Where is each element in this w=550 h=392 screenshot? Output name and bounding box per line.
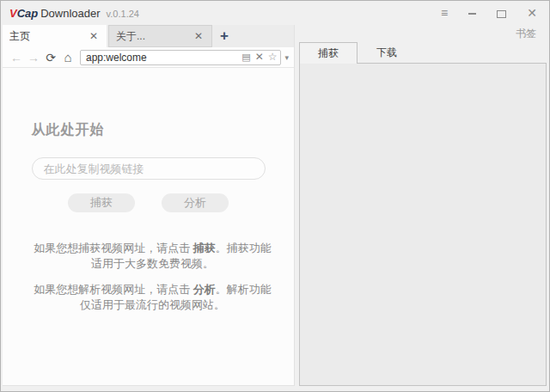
welcome-block: 从此处开始 捕获 分析 如果您想捕获视频网址，请点击 捕获。捕获功能适用于大多数… (32, 121, 266, 313)
action-buttons: 捕获 分析 (32, 193, 266, 212)
app-window: VCap Downloader v.0.1.24 ≡ ✕ 主页 ✕ 关于... … (0, 0, 550, 392)
tab-home-close-icon[interactable]: ✕ (88, 30, 100, 42)
maximize-icon (497, 10, 506, 18)
address-input[interactable] (86, 52, 237, 64)
tab-about-close-icon[interactable]: ✕ (192, 30, 205, 42)
panel-top-bar: 书签 (299, 25, 547, 42)
address-bar[interactable]: ▤ ✕ ☆ (80, 50, 281, 65)
bookmarks-button[interactable]: 书签 (516, 27, 536, 41)
minimize-icon (468, 13, 476, 15)
capture-button[interactable]: 捕获 (68, 193, 135, 212)
analyze-help-text: 如果您想解析视频网址，请点击 分析。解析功能仅适用于最流行的视频网站。 (32, 282, 274, 313)
minimize-button[interactable] (468, 7, 476, 19)
tab-about-label: 关于... (116, 29, 192, 44)
app-logo: VCap Downloader v.0.1.24 (9, 7, 139, 20)
tab-home[interactable]: 主页 ✕ (3, 25, 107, 47)
close-button[interactable]: ✕ (527, 7, 537, 19)
browser-tab-strip: 主页 ✕ 关于... ✕ + (3, 25, 294, 47)
address-dropdown-icon[interactable]: ▾ (284, 53, 289, 62)
tab-about[interactable]: 关于... ✕ (108, 25, 212, 47)
new-tab-button[interactable]: + (212, 25, 236, 47)
logo-v: V (9, 7, 17, 20)
webview-content: 从此处开始 捕获 分析 如果您想捕获视频网址，请点击 捕获。捕获功能适用于大多数… (3, 68, 294, 386)
title-bar: VCap Downloader v.0.1.24 ≡ ✕ (1, 1, 549, 25)
capture-help-bold: 捕获 (193, 242, 216, 254)
capture-help-text: 如果您想捕获视频网址，请点击 捕获。捕获功能适用于大多数免费视频。 (32, 241, 274, 272)
workspace: 主页 ✕ 关于... ✕ + ← → ⟳ ⌂ ▤ ✕ ☆ (1, 25, 549, 391)
back-icon[interactable]: ← (8, 52, 25, 64)
bookmark-star-icon[interactable]: ☆ (268, 52, 278, 62)
home-icon[interactable]: ⌂ (59, 52, 76, 64)
analyze-button[interactable]: 分析 (162, 193, 229, 212)
menu-icon[interactable]: ≡ (441, 7, 448, 19)
capture-list-pane (299, 63, 547, 386)
clear-address-icon[interactable]: ✕ (255, 52, 264, 62)
window-controls: ≡ ✕ (441, 7, 541, 19)
page-icon[interactable]: ▤ (241, 52, 250, 62)
tab-home-label: 主页 (9, 29, 88, 44)
browser-pane: 主页 ✕ 关于... ✕ + ← → ⟳ ⌂ ▤ ✕ ☆ (3, 25, 294, 386)
analyze-help-bold: 分析 (193, 283, 216, 296)
maximize-button[interactable] (497, 7, 506, 19)
refresh-icon[interactable]: ⟳ (42, 52, 59, 64)
logo-cap: Cap (17, 7, 39, 20)
navigation-bar: ← → ⟳ ⌂ ▤ ✕ ☆ ▾ (3, 47, 294, 68)
analyze-help-pre: 如果您想解析视频网址，请点击 (34, 283, 193, 296)
side-panel: 书签 捕获 下载 (299, 25, 547, 386)
capture-help-pre: 如果您想捕获视频网址，请点击 (34, 242, 193, 254)
app-name: Downloader (40, 7, 100, 20)
panel-tab-download[interactable]: 下载 (358, 42, 416, 63)
panel-tab-capture[interactable]: 捕获 (299, 42, 358, 64)
forward-icon[interactable]: → (25, 52, 42, 64)
page-title: 从此处开始 (32, 121, 266, 139)
video-link-input[interactable] (32, 157, 266, 180)
app-version: v.0.1.24 (107, 9, 139, 19)
panel-tab-bar: 捕获 下载 (299, 42, 547, 63)
